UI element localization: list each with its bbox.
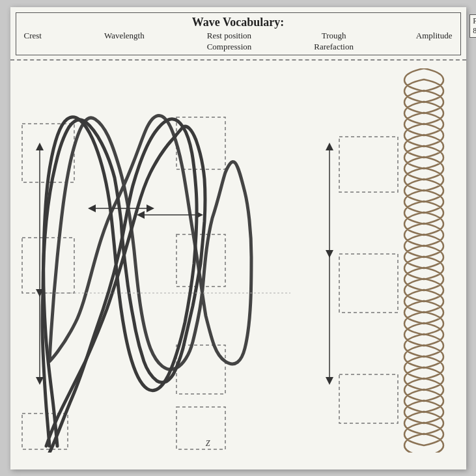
page-number: Page8 bbox=[469, 14, 476, 38]
svg-rect-14 bbox=[339, 137, 398, 192]
header-box: Wave Vocabulary: Crest Wavelength Rest p… bbox=[16, 12, 461, 55]
page-title: Wave Vocabulary: bbox=[21, 16, 455, 29]
term-wavelength: Wavelength bbox=[104, 31, 145, 41]
svg-text:z: z bbox=[205, 436, 210, 449]
term-rarefaction: Rarefaction bbox=[314, 42, 354, 52]
page: Wave Vocabulary: Crest Wavelength Rest p… bbox=[10, 7, 466, 469]
term-compression: Compression bbox=[207, 42, 252, 52]
svg-rect-16 bbox=[339, 374, 398, 423]
term-rest-position: Rest position bbox=[207, 31, 251, 41]
svg-rect-6 bbox=[176, 407, 225, 449]
svg-rect-2 bbox=[22, 413, 68, 449]
terms-row: Crest Wavelength Rest position Compressi… bbox=[21, 31, 455, 52]
spring-diagram bbox=[401, 68, 447, 453]
term-amplitude: Amplitude bbox=[416, 31, 453, 41]
content-area: z bbox=[10, 62, 466, 453]
term-trough: Trough bbox=[322, 31, 346, 41]
diagram-svg: z bbox=[10, 62, 466, 453]
term-col-trough: Trough Rarefaction bbox=[314, 31, 354, 52]
svg-rect-15 bbox=[339, 254, 398, 313]
svg-rect-1 bbox=[22, 238, 74, 293]
term-col-center: Rest position Compression bbox=[207, 31, 252, 52]
term-crest: Crest bbox=[24, 31, 42, 41]
separator-line bbox=[10, 59, 466, 61]
